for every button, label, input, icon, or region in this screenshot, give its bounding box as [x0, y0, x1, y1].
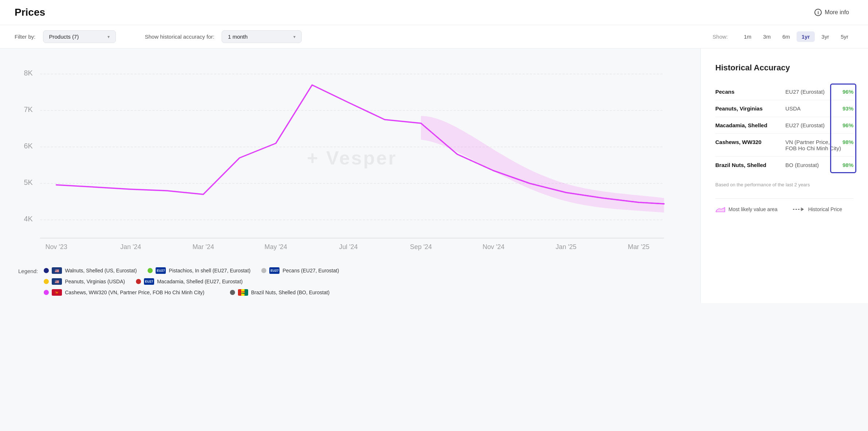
product-macadamia: Macadamia, Shelled [715, 117, 785, 134]
legend-dot-peanuts [44, 279, 49, 284]
accuracy-brazil: 98% [842, 157, 853, 174]
time-btn-6m[interactable]: 6m [777, 31, 795, 42]
legend-row-2: 🇺🇸 Peanuts, Virginias (USDA) EU27 Macada… [44, 278, 686, 285]
source-brazil: BO (Eurostat) [785, 157, 842, 174]
time-range-buttons: 1m 3m 6m 1yr 3yr 5yr [739, 31, 853, 42]
flag-eu-pistachios: EU27 [156, 267, 166, 274]
flag-vn-cashews: 🇻🇳 [52, 289, 62, 296]
svg-text:7K: 7K [24, 105, 33, 113]
accuracy-row-macadamia: Macadamia, Shelled EU27 (Eurostat) 96% [715, 117, 853, 134]
legend-dot-cashews [44, 290, 49, 295]
accuracy-section: Pecans EU27 (Eurostat) 96% Peanuts, Virg… [715, 84, 853, 173]
historical-price-icon [792, 206, 805, 213]
chart-section: + Vesper 8K 7K 6K 5K [0, 48, 700, 303]
legend-dot-pistachios [148, 268, 153, 273]
svg-text:5K: 5K [24, 178, 33, 186]
accuracy-pecans: 96% [842, 84, 853, 100]
svg-text:Jul '24: Jul '24 [339, 243, 357, 251]
legend-dot-pecans [261, 268, 266, 273]
historical-accuracy-title: Historical Accuracy [715, 63, 853, 73]
svg-text:Jan '24: Jan '24 [120, 243, 141, 251]
more-info-button[interactable]: i More info [810, 7, 853, 18]
time-btn-3yr[interactable]: 3yr [816, 31, 834, 42]
accuracy-peanuts: 93% [842, 100, 853, 117]
product-brazil: Brazil Nuts, Shelled [715, 157, 785, 174]
products-filter[interactable]: Products (7) ▾ [43, 30, 116, 43]
month-filter[interactable]: 1 month ▾ [222, 30, 302, 43]
legend-row-1: 🇺🇸 Walnuts, Shelled (US, Eurostat) EU27 … [44, 267, 686, 274]
accuracy-row-pecans: Pecans EU27 (Eurostat) 96% [715, 84, 853, 100]
chart-container: + Vesper 8K 7K 6K 5K [18, 63, 686, 253]
legend-macadamia: EU27 Macadamia, Shelled (EU27, Eurostat) [136, 278, 243, 285]
flag-us-walnuts: 🇺🇸 [52, 267, 62, 274]
source-pecans: EU27 (Eurostat) [785, 84, 842, 100]
legend-area: Legend: 🇺🇸 Walnuts, Shelled (US, Eurosta… [0, 260, 700, 303]
time-btn-1yr[interactable]: 1yr [797, 31, 815, 42]
chevron-down-icon: ▾ [293, 34, 296, 39]
flag-us-peanuts: 🇺🇸 [52, 278, 62, 285]
right-panel: Historical Accuracy Pecans EU27 (Eurosta… [700, 48, 868, 303]
product-pecans: Pecans [715, 84, 785, 100]
legend-walnuts: 🇺🇸 Walnuts, Shelled (US, Eurostat) [44, 267, 137, 274]
flag-bo-brazil-nuts: 🇧🇴 [238, 289, 248, 296]
page-title: Prices [15, 7, 45, 18]
svg-text:Jan '25: Jan '25 [556, 243, 576, 251]
legend-dot-macadamia [136, 279, 141, 284]
svg-text:Sep '24: Sep '24 [410, 243, 432, 251]
legend-cashews: 🇻🇳 Cashews, WW320 (VN, Partner Price, FO… [44, 289, 204, 296]
svg-text:Nov '24: Nov '24 [482, 243, 504, 251]
main-content: + Vesper 8K 7K 6K 5K [0, 48, 868, 303]
historical-label: Show historical accuracy for: [145, 34, 215, 40]
accuracy-macadamia: 96% [842, 117, 853, 134]
info-icon: i [814, 9, 822, 16]
svg-text:8K: 8K [24, 69, 33, 77]
source-peanuts: USDA [785, 100, 842, 117]
svg-text:Mar '24: Mar '24 [192, 243, 214, 251]
legend-key-historical: Historical Price [792, 206, 842, 213]
time-btn-1m[interactable]: 1m [739, 31, 756, 42]
page-wrapper: Prices i More info Filter by: Products (… [0, 0, 868, 431]
legend-key-area: Most likely value area [715, 206, 778, 213]
legend-pistachios: EU27 Pistachios, In shell (EU27, Eurosta… [148, 267, 250, 274]
svg-text:6K: 6K [24, 142, 33, 150]
show-label: Show: [713, 34, 728, 40]
svg-text:Nov '23: Nov '23 [45, 243, 67, 251]
legend-row-3: 🇻🇳 Cashews, WW320 (VN, Partner Price, FO… [44, 289, 686, 296]
filters-bar: Filter by: Products (7) ▾ Show historica… [0, 25, 868, 48]
legend-brazil-nuts: 🇧🇴 Brazil Nuts, Shelled (BO, Eurostat) [230, 289, 330, 296]
legend-label: Legend: [18, 267, 38, 274]
flag-eu-macadamia: EU27 [144, 278, 154, 285]
svg-text:Mar '25: Mar '25 [628, 243, 649, 251]
accuracy-row-peanuts: Peanuts, Virginias USDA 93% [715, 100, 853, 117]
accuracy-row-cashews: Cashews, WW320 VN (Partner Price, FOB Ho… [715, 134, 853, 157]
source-cashews: VN (Partner Price, FOB Ho Chi Minh City) [785, 134, 842, 157]
forecast-area [421, 116, 664, 213]
accuracy-table: Pecans EU27 (Eurostat) 96% Peanuts, Virg… [715, 84, 853, 173]
filter-by-label: Filter by: [15, 34, 36, 40]
source-macadamia: EU27 (Eurostat) [785, 117, 842, 134]
product-peanuts: Peanuts, Virginias [715, 100, 785, 117]
accuracy-note: Based on the performance of the last 2 y… [715, 182, 853, 187]
legend-peanuts: 🇺🇸 Peanuts, Virginias (USDA) [44, 278, 125, 285]
accuracy-row-brazil: Brazil Nuts, Shelled BO (Eurostat) 98% [715, 157, 853, 174]
svg-text:4K: 4K [24, 215, 33, 223]
legend-dot-brazil-nuts [230, 290, 235, 295]
flag-eu-pecans: EU27 [269, 267, 279, 274]
svg-text:May '24: May '24 [265, 243, 287, 251]
accuracy-cashews: 98% [842, 134, 853, 157]
time-btn-3m[interactable]: 3m [758, 31, 776, 42]
legend-dot-walnuts [44, 268, 49, 273]
chevron-down-icon: ▾ [107, 34, 110, 39]
legend-pecans: EU27 Pecans (EU27, Eurostat) [261, 267, 339, 274]
time-btn-5yr[interactable]: 5yr [836, 31, 853, 42]
area-icon [715, 206, 726, 213]
chart-area: + Vesper 8K 7K 6K 5K [0, 48, 700, 260]
product-cashews: Cashews, WW320 [715, 134, 785, 157]
chart-svg: 8K 7K 6K 5K 4K Nov '23 Jan '24 Mar '24 M… [18, 63, 686, 253]
header: Prices i More info [0, 0, 868, 25]
legend-keys: Most likely value area Historical Price [715, 198, 853, 213]
